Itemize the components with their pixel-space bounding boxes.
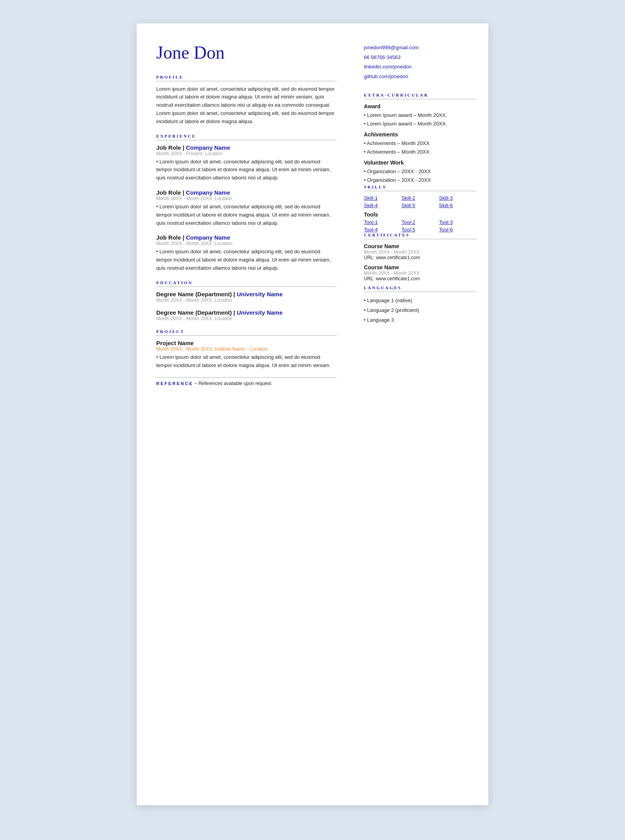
job-title-3: Job Role | Company Name [156, 234, 337, 241]
certificates-section: CERTIFICATES Course Name Month 20XX - Mo… [364, 233, 477, 281]
cert-entry-2: Course Name Month 20XX - Month 20XX URL:… [364, 264, 477, 281]
skill-4: Skill-4 [364, 202, 402, 208]
name-section: Jone Don [156, 43, 337, 63]
profile-text: Lorem ipsum dolor sit amet, consectetur … [156, 85, 337, 126]
tool-1: Tool-1 [364, 219, 402, 225]
degree-2: Degree Name (Department) | University Na… [156, 309, 337, 316]
skills-title: SKILLS [364, 184, 477, 191]
lang-1: • Language 1 (native) [364, 296, 477, 306]
job-date-3: Month 20XX - Month 20XX, Location [156, 241, 337, 246]
project-section: PROJECT Project Name Month 20XX - Month … [156, 329, 337, 370]
job-date-1: Month 20XX - Present, Location [156, 151, 337, 156]
tool-5: Tool-5 [402, 227, 439, 233]
skill-6: Skill-6 [439, 202, 477, 208]
job-desc-2: • Lorem ipsum dolor sit amet, consectetu… [156, 203, 337, 227]
experience-entry-2: Job Role | Company Name Month 20XX - Mon… [156, 189, 337, 227]
award-title: Award [364, 103, 477, 109]
reference-text: – References available upon request. [195, 381, 272, 386]
reference-section: REFERENCE – References available upon re… [156, 377, 337, 386]
achievement-item-1: • Achivements – Month 20XX [364, 139, 477, 148]
candidate-name: Jone Don [156, 43, 337, 63]
experience-section: EXPERIENCE Job Role | Company Name Month… [156, 134, 337, 272]
tools-title: Tools [364, 211, 477, 218]
cert-date-1: Month 20XX - Month 20XX [364, 249, 477, 255]
job-desc-3: • Lorem ipsum dolor sit amet, consectetu… [156, 248, 337, 272]
experience-title: EXPERIENCE [156, 134, 337, 140]
contact-github: github.com/jonedon [364, 72, 477, 82]
education-section: EDUCATION Degree Name (Department) | Uni… [156, 280, 337, 321]
contact-phone: 66 98766 34563 [364, 53, 477, 63]
languages-section: LANGUAGES • Language 1 (native) • Langua… [364, 285, 477, 325]
cert-entry-1: Course Name Month 20XX - Month 20XX URL:… [364, 243, 477, 260]
job-desc-1: • Lorem ipsum dolor sit amet, consectetu… [156, 158, 337, 182]
achievement-item-2: • Achivements – Month 20XX [364, 148, 477, 156]
achievements-title: Achivements [364, 131, 477, 138]
skill-2: Skill-2 [402, 195, 439, 201]
skill-1: Skill-1 [364, 195, 402, 201]
volunteer-item-1: • Organization – 20XX - 20XX [364, 167, 477, 176]
lang-2: • Language 2 (proficient) [364, 306, 477, 315]
right-column: jonedon999@gmail.com 66 98766 34563 link… [352, 23, 488, 805]
skills-section: SKILLS Skill-1 Skill-2 Skill-3 Skill-4 S… [364, 184, 477, 233]
project-entry-1: Project Name Month 20XX - Month 20XX, In… [156, 340, 337, 370]
skill-5: Skill-5 [402, 202, 439, 208]
award-item-1: • Lorem Ipsum award – Month 20XX. [364, 111, 477, 120]
job-title-1: Job Role | Company Name [156, 144, 337, 151]
project-date-1: Month 20XX - Month 20XX, Institute Name … [156, 346, 337, 352]
education-entry-1: Degree Name (Department) | University Na… [156, 291, 337, 303]
languages-title: LANGUAGES [364, 285, 477, 292]
cert-name-2: Course Name [364, 264, 477, 270]
extra-curricular-section: EXTRA-CURRICULAR Award • Lorem Ipsum awa… [364, 93, 477, 185]
tool-3: Tool-3 [439, 219, 477, 225]
project-name-1: Project Name [156, 340, 337, 346]
resume-page: Jone Don PROFILE Lorem ipsum dolor sit a… [137, 23, 488, 805]
project-title: PROJECT [156, 329, 337, 336]
lang-3: • Language 3 [364, 315, 477, 325]
contact-linkedin: linkedin.com/jonedon [364, 62, 477, 72]
edu-date-2: Month 20XX - Month 20XX, Location [156, 316, 337, 321]
reference-label: REFERENCE [156, 381, 193, 386]
skills-grid: Skill-1 Skill-2 Skill-3 Skill-4 Skill-5 … [364, 195, 477, 208]
degree-1: Degree Name (Department) | University Na… [156, 291, 337, 297]
edu-date-1: Month 20XX - Month 20XX, Location [156, 297, 337, 303]
cert-url-2: URL: www.certificate1.com [364, 276, 477, 281]
project-desc-1: • Lorem ipsum dolor sit amet, consectetu… [156, 353, 337, 370]
profile-section: PROFILE Lorem ipsum dolor sit amet, cons… [156, 75, 337, 126]
tool-4: Tool-4 [364, 227, 402, 233]
cert-date-2: Month 20XX - Month 20XX [364, 270, 477, 276]
cert-url-1: URL: www.certificate1.com [364, 255, 477, 260]
tool-2: Tool-2 [402, 219, 439, 225]
cert-name-1: Course Name [364, 243, 477, 249]
volunteer-title: Volunteer Work [364, 159, 477, 166]
education-title: EDUCATION [156, 280, 337, 287]
experience-entry-1: Job Role | Company Name Month 20XX - Pre… [156, 144, 337, 182]
left-column: Jone Don PROFILE Lorem ipsum dolor sit a… [137, 23, 352, 805]
experience-entry-3: Job Role | Company Name Month 20XX - Mon… [156, 234, 337, 272]
certificates-title: CERTIFICATES [364, 233, 477, 239]
job-date-2: Month 20XX - Month 20XX, Location [156, 196, 337, 201]
tool-6: Tool-6 [439, 227, 477, 233]
extra-curricular-title: EXTRA-CURRICULAR [364, 93, 477, 99]
education-entry-2: Degree Name (Department) | University Na… [156, 309, 337, 321]
contact-section: jonedon999@gmail.com 66 98766 34563 link… [364, 43, 477, 82]
volunteer-item-2: • Organization – 20XX - 20XX [364, 176, 477, 184]
profile-title: PROFILE [156, 75, 337, 81]
contact-email: jonedon999@gmail.com [364, 43, 477, 53]
tools-grid: Tool-1 Tool-2 Tool-3 Tool-4 Tool-5 Tool-… [364, 219, 477, 233]
award-item-2: • Lorem Ipsum award – Month 20XX. [364, 120, 477, 128]
job-title-2: Job Role | Company Name [156, 189, 337, 196]
skill-3: Skill-3 [439, 195, 477, 201]
